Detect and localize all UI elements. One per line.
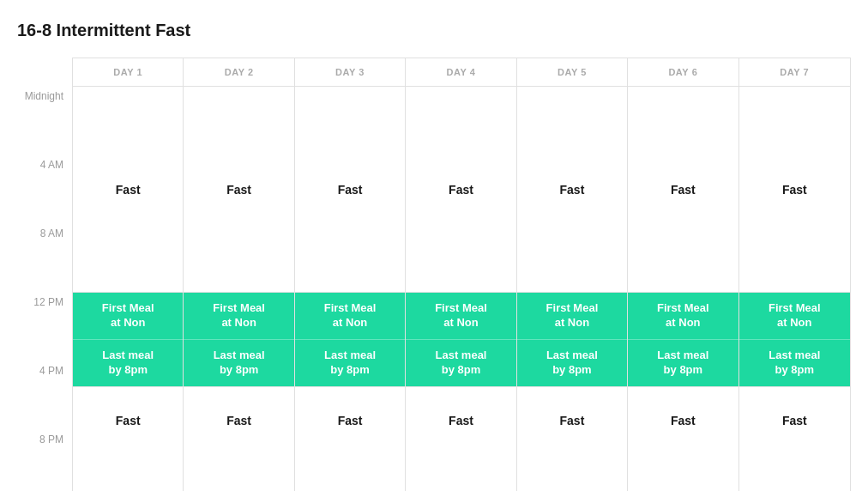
fast-label-top-6: Fast [671,183,696,197]
fast-label-top-7: Fast [782,183,807,197]
fast-top-1: Fast [73,87,183,293]
last-meal-2: Last mealby 8pm [184,340,293,386]
time-label-midnight1: Midnight [17,90,72,159]
fast-label-bottom-2: Fast [226,414,251,427]
fast-label-bottom-6: Fast [671,414,696,427]
fast-label-bottom-7: Fast [782,414,807,427]
first-meal-6: First Mealat Non [628,293,738,340]
first-meal-7: First Mealat Non [739,293,850,340]
day-header-7: DAY 7 [739,58,850,86]
fast-bottom-4: Fast [406,386,515,455]
fast-label-top-4: Fast [449,183,473,197]
eating-window-3: First Mealat Non Last mealby 8pm [295,293,405,386]
fast-bottom-5: Fast [517,386,627,455]
last-meal-6: Last mealby 8pm [628,340,738,386]
day-column-6: Fast First Mealat Non Last mealby 8pm Fa… [628,87,738,491]
fast-label-top-2: Fast [226,183,251,197]
eating-window-2: First Mealat Non Last mealby 8pm [184,293,293,386]
last-meal-label-6: Last mealby 8pm [657,349,708,378]
first-meal-1: First Mealat Non [73,293,183,340]
day-column-3: Fast First Mealat Non Last mealby 8pm Fa… [295,87,406,491]
grid-body: Fast First Mealat Non Last mealby 8pm Fa… [73,87,850,491]
fast-label-top-1: Fast [116,183,141,197]
main-grid: DAY 1 DAY 2 DAY 3 DAY 4 DAY 5 DAY 6 DAY … [72,58,851,491]
page-title: 16-8 Intermittent Fast [17,21,851,40]
fast-bottom-3: Fast [295,386,405,455]
time-label-12pm: 12 PM [17,296,72,365]
fast-label-bottom-1: Fast [116,414,141,427]
eating-window-6: First Mealat Non Last mealby 8pm [628,293,738,386]
fast-label-top-3: Fast [338,183,363,197]
day-header-3: DAY 3 [295,58,406,86]
fast-top-3: Fast [295,87,405,293]
fast-label-bottom-3: Fast [338,414,363,427]
last-meal-7: Last mealby 8pm [739,340,850,386]
fast-label-bottom-4: Fast [449,414,473,427]
fast-top-2: Fast [184,87,293,293]
day-column-5: Fast First Mealat Non Last mealby 8pm Fa… [517,87,628,491]
last-meal-label-5: Last mealby 8pm [546,349,598,378]
day-header-2: DAY 2 [184,58,294,86]
fast-bottom-1: Fast [73,386,183,455]
time-label-8pm: 8 PM [17,433,72,491]
last-meal-label-4: Last mealby 8pm [436,349,487,378]
eating-window-5: First Mealat Non Last mealby 8pm [517,293,627,386]
last-meal-label-3: Last mealby 8pm [324,349,376,378]
day-column-7: Fast First Mealat Non Last mealby 8pm Fa… [739,87,850,491]
first-meal-label-5: First Mealat Non [546,301,599,330]
time-label-4am: 4 AM [17,159,72,227]
time-label-8am: 8 AM [17,227,72,296]
first-meal-3: First Mealat Non [295,293,405,340]
fast-bottom-7: Fast [739,386,850,455]
first-meal-label-3: First Mealat Non [324,301,377,330]
fast-top-4: Fast [406,87,515,293]
fast-bottom-2: Fast [184,386,293,455]
last-meal-label-7: Last mealby 8pm [769,349,820,378]
fast-label-top-5: Fast [560,183,585,197]
last-meal-label-1: Last mealby 8pm [102,349,154,378]
first-meal-label-2: First Mealat Non [213,301,265,330]
time-label-4pm: 4 PM [17,365,72,433]
first-meal-2: First Mealat Non [184,293,293,340]
eating-window-7: First Mealat Non Last mealby 8pm [739,293,850,386]
first-meal-5: First Mealat Non [517,293,627,340]
time-axis: Midnight 4 AM 8 AM 12 PM 4 PM 8 PM Midni… [17,58,72,491]
first-meal-4: First Mealat Non [406,293,515,340]
day-header-6: DAY 6 [628,58,738,86]
chart-wrapper: Midnight 4 AM 8 AM 12 PM 4 PM 8 PM Midni… [17,58,851,491]
fast-top-5: Fast [517,87,627,293]
eating-window-4: First Mealat Non Last mealby 8pm [406,293,515,386]
first-meal-label-1: First Mealat Non [102,301,154,330]
eating-window-1: First Mealat Non Last mealby 8pm [73,293,183,386]
day-headers-row: DAY 1 DAY 2 DAY 3 DAY 4 DAY 5 DAY 6 DAY … [73,58,850,87]
last-meal-4: Last mealby 8pm [406,340,515,386]
day-column-2: Fast First Mealat Non Last mealby 8pm Fa… [184,87,294,491]
day-header-1: DAY 1 [73,58,184,86]
last-meal-5: Last mealby 8pm [517,340,627,386]
first-meal-label-7: First Mealat Non [769,301,821,330]
last-meal-3: Last mealby 8pm [295,340,405,386]
fast-top-6: Fast [628,87,738,293]
fast-label-bottom-5: Fast [560,414,585,427]
last-meal-label-2: Last mealby 8pm [214,349,265,378]
first-meal-label-6: First Mealat Non [657,301,709,330]
last-meal-1: Last mealby 8pm [73,340,183,386]
day-header-5: DAY 5 [517,58,628,86]
fast-top-7: Fast [739,87,850,293]
day-column-4: Fast First Mealat Non Last mealby 8pm Fa… [406,87,516,491]
fast-bottom-6: Fast [628,386,738,455]
day-column-1: Fast First Mealat Non Last mealby 8pm Fa… [73,87,184,491]
first-meal-label-4: First Mealat Non [435,301,487,330]
day-header-4: DAY 4 [406,58,516,86]
